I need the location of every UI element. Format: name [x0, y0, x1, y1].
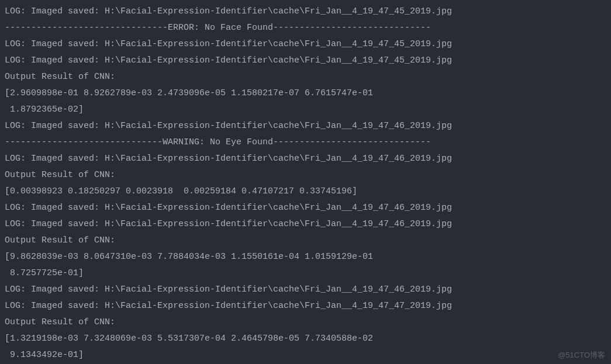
terminal-output: LOG: Imaged saved: H:\Facial-Expression-…: [0, 0, 611, 364]
watermark: @51CTO博客: [558, 350, 605, 360]
